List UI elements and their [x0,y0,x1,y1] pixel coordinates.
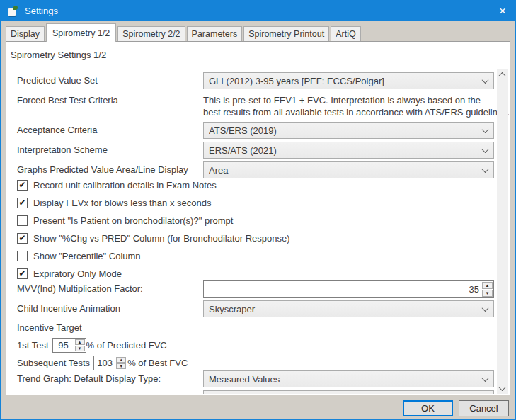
app-icon-leaf [13,6,18,10]
window-title: Settings [25,6,58,16]
spin-down-icon[interactable]: ▼ [116,363,126,369]
trend-graph-label: Trend Graph: Default Display Type: [17,370,161,387]
checkbox-expiratory-only-label: Expiratory Only Mode [33,268,122,279]
first-test-label: 1st Test [17,340,49,351]
interpretation-scheme-select[interactable]: ERS/ATS (2021) [203,142,494,159]
vertical-scrollbar[interactable] [497,69,508,394]
mvv-factor-label: MVV(Ind) Multiplication Factor: [17,280,143,297]
trend-graph-select[interactable]: Measured Values [203,370,494,387]
dialog-body: Display Spirometry 1/2 Spirometry 2/2 Pa… [1,21,515,419]
spin-up-icon[interactable]: ▲ [482,282,493,289]
tab-spirometry-2-2[interactable]: Spirometry 2/2 [117,26,185,41]
chevron-down-icon [482,305,489,312]
chevron-down-icon [482,146,489,153]
titlebar: Settings × [1,1,515,21]
predicted-value-set-label: Predicted Value Set [17,72,98,89]
subsequent-tests-suffix: % of Best FVC [127,358,188,368]
settings-scroll-area: Predicted Value Set GLI (2012) 3-95 year… [7,69,509,394]
forced-best-test-info-line1: This is pre-set to FEV1 + FVC. Interpret… [203,94,508,106]
checkbox-display-fevx-label: Display FEVx for blows less than x secon… [33,198,211,208]
tab-page-spirometry-1-2: Spirometry Settings 1/2 Predicted Value … [6,41,510,395]
tab-spirometry-printout[interactable]: Spirometry Printout [243,26,329,41]
chevron-down-icon [482,76,489,84]
section-heading: Spirometry Settings 1/2 [11,50,106,60]
chevron-up-icon [499,72,506,79]
tab-parameters[interactable]: Parameters [187,26,243,41]
tab-spirometry-1-2[interactable]: Spirometry 1/2 [46,23,116,42]
checkbox-bronchodilator-prompt-label: Present "Is Patient on bronchodilator(s)… [33,215,233,226]
tab-display[interactable]: Display [6,26,45,41]
checkbox-chg-vs-pred[interactable]: ✔ [17,233,28,244]
tab-strip: Display Spirometry 1/2 Spirometry 2/2 Pa… [6,23,362,41]
checkbox-percentile-column-label: Show "Percentile" Column [33,251,141,261]
checkbox-display-fevx[interactable]: ✔ [17,198,28,208]
mvv-factor-spinner: ▲ ▼ [203,280,494,298]
spin-up-icon[interactable]: ▲ [116,357,126,363]
first-test-spinner: ▲ ▼ [52,338,86,353]
heading-divider [8,64,508,64]
acceptance-criteria-select[interactable]: ATS/ERS (2019) [203,122,494,139]
subsequent-tests-spinner: ▲ ▼ [93,356,127,370]
settings-dialog: Settings × Display Spirometry 1/2 Spirom… [0,0,516,420]
scroll-down-button[interactable] [497,382,508,394]
chevron-down-icon [482,375,489,382]
graphs-display-select[interactable]: Area [203,161,494,178]
chevron-down-icon [499,384,506,391]
forced-best-test-info-line2: best results from all available tests in… [203,106,508,118]
mvv-factor-input[interactable] [204,281,481,297]
acceptance-criteria-label: Acceptance Criteria [17,122,97,139]
checkbox-chg-vs-pred-label: Show "%Chg vs PRED" Column (for Bronchod… [33,233,290,244]
spin-up-icon[interactable]: ▲ [75,339,85,345]
checkbox-record-calibration-label: Record unit calibration details in Exam … [33,180,217,191]
forced-best-test-label: Forced Best Test Criteria [17,94,118,106]
interpretation-scheme-label: Interpretation Scheme [17,142,108,159]
child-incentive-label: Child Incentive Animation [17,300,120,317]
predicted-value-set-select[interactable]: GLI (2012) 3-95 years [PEF: ECCS/Polgar] [203,72,494,89]
subsequent-tests-label: Subsequent Tests [17,358,90,368]
first-test-percent-input[interactable] [53,339,74,352]
checkbox-expiratory-only[interactable]: ✔ [17,268,28,279]
child-incentive-select[interactable]: Skyscraper [203,300,494,317]
checkbox-bronchodilator-prompt[interactable] [17,215,28,226]
checkbox-percentile-column[interactable] [17,251,28,261]
chevron-down-icon [482,126,489,133]
cancel-button[interactable]: Cancel [459,400,509,416]
chevron-down-icon [482,166,489,173]
checkbox-record-calibration[interactable]: ✔ [17,180,28,191]
incentive-target-heading: Incentive Target [17,322,82,333]
first-test-suffix: % of Predicted FVC [86,340,167,351]
app-icon [8,6,18,16]
close-icon[interactable]: × [491,1,515,21]
tab-artiq[interactable]: ArtiQ [331,26,360,41]
spin-down-icon[interactable]: ▼ [482,290,493,297]
clipped-next-control [203,390,494,394]
subsequent-tests-percent-input[interactable] [94,356,115,370]
ok-button[interactable]: OK [403,400,453,416]
scroll-up-button[interactable] [497,69,508,80]
spin-down-icon[interactable]: ▼ [75,346,85,351]
graphs-display-label: Graphs Predicted Value Area/Line Display [17,161,188,178]
